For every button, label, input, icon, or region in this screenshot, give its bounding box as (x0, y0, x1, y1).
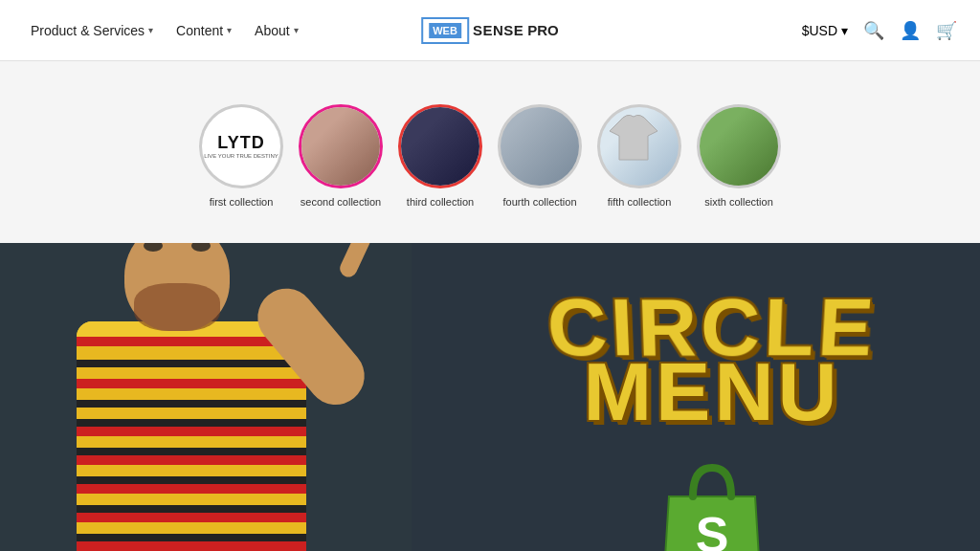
circle-item-4[interactable]: fourth collection (498, 104, 582, 208)
stripe-3 (77, 346, 306, 360)
circle-img-5 (597, 104, 681, 188)
logo[interactable]: WEB SENSE PRO (421, 17, 559, 44)
currency-label: $USD (802, 23, 837, 38)
circle-fill-2 (301, 107, 380, 186)
text-section: CIRCLE MENU S (482, 272, 942, 551)
user-icon[interactable]: 👤 (900, 20, 921, 41)
circle-item-6[interactable]: sixth collection (697, 104, 781, 208)
nav-item-content[interactable]: Content ▾ (168, 19, 239, 42)
circle-fill-3 (401, 107, 479, 186)
shopify-bag-icon: S (645, 449, 779, 551)
circle-fill-4 (501, 107, 579, 186)
circle-item-5[interactable]: fifth collection (597, 104, 681, 208)
logo-sense-text: SENSE (473, 22, 523, 38)
person-figure (29, 243, 392, 551)
person-area (0, 243, 412, 551)
search-icon[interactable]: 🔍 (863, 20, 884, 41)
circle-item-1[interactable]: LYTD LIVE YOUR TRUE DESTINY first collec… (199, 104, 283, 208)
circle-menu-bar: LYTD LIVE YOUR TRUE DESTINY first collec… (0, 61, 980, 243)
logo-pro-text: PRO (527, 22, 559, 38)
currency-selector[interactable]: $USD ▾ (802, 23, 848, 38)
person-torso (77, 321, 306, 551)
circle-label-4: fourth collection (502, 196, 576, 208)
circle-img-3 (398, 104, 482, 188)
nav-left: Product & Services ▾ Content ▾ About ▾ (23, 19, 802, 42)
circle-fill-1: LYTD LIVE YOUR TRUE DESTINY (202, 107, 280, 186)
shopify-bag-container: S (645, 449, 779, 551)
circle-fill-6 (700, 107, 778, 186)
right-eye (191, 243, 211, 252)
stripe-5 (77, 367, 306, 379)
content-chevron-icon: ▾ (227, 25, 232, 35)
left-eye (144, 243, 163, 252)
beard (134, 283, 220, 331)
circle-label-1: first collection (210, 196, 274, 208)
cart-icon[interactable]: 🛒 (936, 20, 957, 41)
circle-img-1: LYTD LIVE YOUR TRUE DESTINY (199, 104, 283, 188)
circle-fill-5 (600, 107, 679, 186)
title-circle-text: CIRCLE (545, 291, 880, 364)
about-chevron-icon: ▾ (294, 25, 299, 35)
circle-img-6 (697, 104, 781, 188)
circle-label-2: second collection (301, 196, 381, 208)
logo-web-text: WEB (429, 23, 461, 38)
stripe-4 (77, 360, 306, 367)
circle-label-5: fifth collection (608, 196, 672, 208)
circle-item-2[interactable]: second collection (299, 104, 383, 208)
tshirt-icon (600, 107, 667, 174)
nav-right: $USD ▾ 🔍 👤 🛒 (802, 20, 957, 41)
products-chevron-icon: ▾ (148, 25, 153, 35)
hero-title-container: CIRCLE MENU (547, 291, 877, 430)
circle-item-3[interactable]: third collection (398, 104, 482, 208)
currency-chevron-icon: ▾ (841, 23, 848, 38)
lytd-sub-text: LIVE YOUR TRUE DESTINY (204, 153, 278, 159)
stripe-rest (77, 408, 306, 551)
circle-img-2 (299, 104, 383, 188)
pointing-finger (337, 243, 372, 279)
nav-products-label: Product & Services (31, 23, 145, 38)
stripe-8 (77, 400, 306, 408)
hero-title-line1: CIRCLE (545, 291, 880, 364)
circle-label-3: third collection (407, 196, 474, 208)
nav-content-label: Content (176, 23, 223, 38)
stripe-6 (77, 379, 306, 388)
svg-text:S: S (696, 507, 729, 551)
person-head (124, 243, 230, 331)
navbar: Product & Services ▾ Content ▾ About ▾ W… (0, 0, 980, 61)
circle-img-4 (498, 104, 582, 188)
stripe-7 (77, 388, 306, 400)
lytd-logo-text: LYTD (217, 134, 264, 151)
nav-about-label: About (255, 23, 290, 38)
lower-section: CIRCLE MENU S (0, 243, 980, 551)
circle-label-6: sixth collection (704, 196, 773, 208)
nav-item-products[interactable]: Product & Services ▾ (23, 19, 161, 42)
logo-box: WEB (421, 17, 469, 44)
nav-item-about[interactable]: About ▾ (247, 19, 306, 42)
